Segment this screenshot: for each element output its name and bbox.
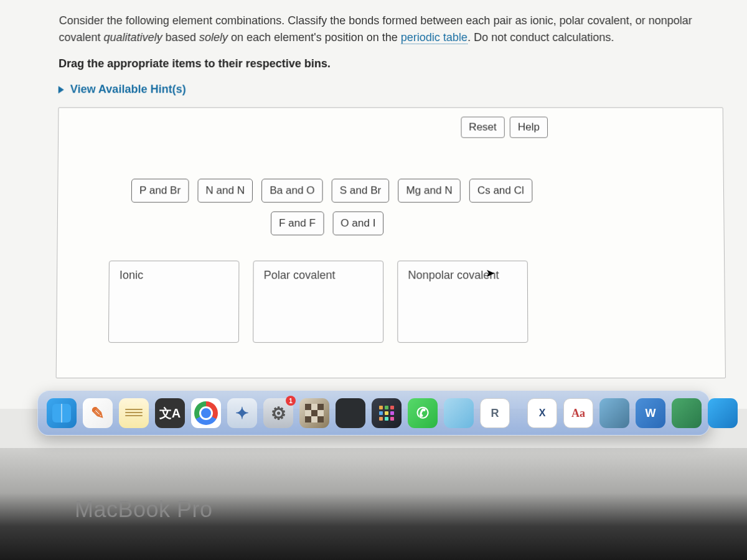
- svg-rect-3: [317, 404, 324, 410]
- compass-icon: ✦: [235, 404, 249, 423]
- dock-preview-icon[interactable]: [599, 398, 629, 428]
- chip-s-br[interactable]: S and Br: [332, 179, 390, 202]
- bin-ionic[interactable]: Ionic: [108, 261, 239, 343]
- bin-label-polar: Polar covalent: [264, 269, 373, 282]
- reset-button[interactable]: Reset: [461, 116, 505, 138]
- view-hints-toggle[interactable]: View Available Hint(s): [59, 83, 186, 96]
- r-label: R: [491, 407, 499, 420]
- chevron-right-icon: [59, 86, 64, 93]
- chip-o-i[interactable]: O and I: [332, 212, 383, 235]
- x-label: X: [539, 408, 546, 419]
- question-italic: qualitatively: [104, 31, 162, 44]
- notification-badge: 1: [286, 396, 296, 406]
- bin-label-ionic: Ionic: [120, 269, 228, 282]
- translate-icon: 文A: [159, 405, 181, 422]
- dock-r-icon[interactable]: R: [480, 398, 510, 428]
- bin-nonpolar-covalent[interactable]: Nonpolar covalent: [397, 261, 528, 343]
- svg-rect-5: [305, 416, 311, 422]
- pencil-icon: ✎: [91, 404, 105, 423]
- aa-label: Aa: [571, 407, 585, 420]
- periodic-table-link[interactable]: periodic table: [401, 31, 467, 44]
- dock-whatsapp-icon[interactable]: ✆: [408, 398, 438, 428]
- dock-launchpad-icon[interactable]: [372, 398, 402, 428]
- question-italic: solely: [199, 31, 228, 44]
- bin-polar-covalent[interactable]: Polar covalent: [253, 261, 383, 343]
- help-button[interactable]: Help: [510, 116, 548, 138]
- hints-label: View Available Hint(s): [70, 83, 186, 96]
- chip-n-n[interactable]: N and N: [197, 179, 253, 202]
- dock-terminal-icon[interactable]: [336, 398, 365, 428]
- drag-instruction: Drag the appropriate items to their resp…: [59, 57, 723, 70]
- gear-icon: ⚙: [271, 403, 286, 424]
- chip-p-br[interactable]: P and Br: [131, 179, 189, 202]
- dock-dictionary-icon[interactable]: Aa: [563, 398, 593, 428]
- dock-markup-icon[interactable]: ✎: [83, 398, 113, 428]
- draggable-items-area: P and Br N and N Ba and O S and Br Mg an…: [72, 179, 710, 235]
- dock-finder-icon[interactable]: [47, 398, 77, 428]
- dock-safari-icon[interactable]: ✦: [227, 398, 257, 428]
- drag-workspace: Reset Help P and Br N and N Ba and O S a…: [56, 107, 726, 378]
- laptop-brand-label: MacBook Pro: [75, 497, 213, 523]
- bin-label-nonpolar: Nonpolar covalent: [408, 269, 517, 282]
- dock-chrome-icon[interactable]: [191, 398, 221, 428]
- question-part: based: [162, 31, 199, 44]
- chip-cs-cl[interactable]: Cs and Cl: [469, 179, 532, 202]
- dock-settings-icon[interactable]: ⚙ 1: [263, 398, 293, 428]
- svg-rect-6: [317, 416, 324, 422]
- question-part: on each element's position on the: [228, 31, 401, 44]
- dock-app-icon[interactable]: [444, 398, 474, 428]
- question-part: . Do not conduct calculations.: [467, 31, 614, 44]
- svg-rect-2: [305, 404, 311, 410]
- question-text: Consider the following element combinati…: [59, 12, 722, 46]
- svg-rect-4: [311, 410, 317, 416]
- dock-excel-icon[interactable]: [672, 398, 702, 428]
- dock-word-icon[interactable]: W: [636, 398, 665, 428]
- w-label: W: [646, 407, 656, 420]
- dock-chess-icon[interactable]: [299, 398, 329, 428]
- dock-x-icon[interactable]: X: [527, 398, 557, 428]
- dock-appstore-icon[interactable]: [708, 398, 738, 428]
- dock-translate-icon[interactable]: 文A: [155, 398, 185, 428]
- macos-dock: ✎ 文A ✦ ⚙ 1 ✆ R X Aa W: [37, 391, 710, 436]
- chip-f-f[interactable]: F and F: [271, 212, 324, 235]
- phone-icon: ✆: [416, 404, 429, 422]
- chip-mg-n[interactable]: Mg and N: [398, 179, 460, 202]
- chip-ba-o[interactable]: Ba and O: [261, 179, 322, 202]
- dock-notes-icon[interactable]: [119, 398, 149, 428]
